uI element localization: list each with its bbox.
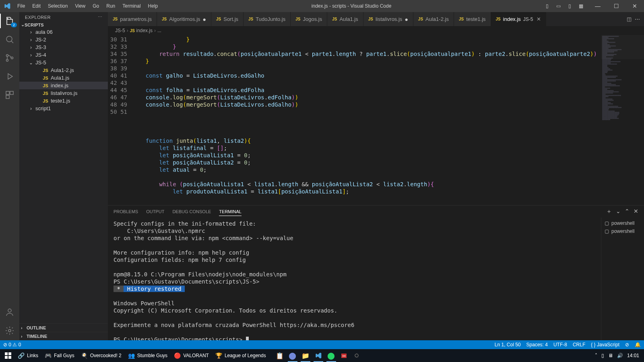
more-icon[interactable]: ⋯: [98, 14, 103, 20]
taskbar-app-explorer[interactable]: 📁: [299, 349, 312, 362]
breadcrumb-item[interactable]: JS index.js: [130, 28, 153, 33]
account-icon[interactable]: [4, 306, 15, 318]
more-actions-icon[interactable]: ⋯: [635, 16, 640, 22]
taskbar-app-discord[interactable]: ⬤: [286, 349, 299, 362]
split-editor-icon[interactable]: ◫: [627, 16, 632, 22]
taskbar-app-whatsapp[interactable]: ⬤: [325, 349, 338, 362]
folder-item[interactable]: ›JS-3: [19, 43, 108, 51]
editor-tab[interactable]: JSlistalivros.js●: [363, 12, 413, 26]
minimize-button[interactable]: ―: [588, 0, 607, 12]
new-terminal-icon[interactable]: ＋: [606, 206, 612, 217]
taskbar-pin[interactable]: 🍳Overcooked! 2: [78, 349, 125, 362]
outline-section[interactable]: ›OUTLINE: [19, 323, 108, 332]
terminal-dropdown-icon[interactable]: ⌄: [616, 206, 621, 217]
settings-icon[interactable]: [4, 325, 15, 336]
code-content[interactable]: } } return resultado.concat(posiçãoatual…: [132, 35, 601, 205]
minimap[interactable]: █████████████████████████████ ██████████…: [601, 35, 644, 205]
menu-bar: FileEditSelectionViewGoRunTerminalHelp: [14, 2, 161, 10]
terminal-entry[interactable]: ▢powershell: [601, 219, 644, 227]
panel-tab[interactable]: DEBUG CONSOLE: [172, 208, 211, 216]
menu-item[interactable]: Selection: [45, 2, 71, 10]
breadcrumbs[interactable]: JS-5›JS index.js›...: [108, 26, 644, 35]
tray-clock[interactable]: 14:01: [627, 353, 639, 358]
taskbar-pin[interactable]: 🎮Fall Guys: [41, 349, 78, 362]
editor-tabs: JSparametros.jsJSAlgoritimos.js●JSSort.j…: [108, 12, 644, 26]
taskbar-app[interactable]: ⭘: [351, 349, 363, 362]
editor-tab[interactable]: JSTudoJunto.js: [244, 12, 291, 26]
maximize-panel-icon[interactable]: ⌃: [625, 206, 630, 217]
svg-rect-12: [8, 356, 11, 359]
tray-network-icon[interactable]: ▯: [601, 353, 604, 358]
panel-bottom-icon[interactable]: ▭: [553, 0, 564, 12]
status-item[interactable]: 🔔: [635, 342, 641, 348]
editor-tab[interactable]: JSAula1.js: [327, 12, 363, 26]
taskbar-pin[interactable]: 🔗Links: [14, 349, 41, 362]
file-item[interactable]: JSlistalivros.js: [19, 89, 108, 97]
taskbar-app[interactable]: •••: [338, 349, 351, 362]
editor-tab[interactable]: JSJogos.js: [291, 12, 327, 26]
terminal-entry[interactable]: ▢powershell: [601, 227, 644, 235]
breadcrumb-item[interactable]: ...: [157, 28, 161, 33]
folder-item[interactable]: ›aula 06: [19, 28, 108, 36]
panel-tab[interactable]: PROBLEMS: [114, 208, 138, 216]
system-tray[interactable]: ˄ ▯ 🖥 🔊 14:01: [595, 353, 642, 358]
status-item[interactable]: { } JavaScript: [591, 342, 619, 348]
menu-item[interactable]: View: [72, 2, 89, 10]
menu-item[interactable]: Help: [145, 2, 161, 10]
file-item[interactable]: JSAula1.js: [19, 74, 108, 82]
taskbar-pin[interactable]: 👥Stumble Guys: [125, 349, 171, 362]
close-panel-icon[interactable]: ✕: [634, 206, 638, 217]
folder-item[interactable]: ›script1: [19, 105, 108, 112]
panel-tab[interactable]: TERMINAL: [219, 208, 242, 216]
extensions-icon[interactable]: [4, 89, 15, 101]
workspace-header[interactable]: ⌄SCRIPTS: [19, 21, 108, 28]
menu-item[interactable]: Run: [103, 2, 118, 10]
terminal[interactable]: Specify configs in the ini-formatted fil…: [108, 218, 601, 340]
menu-item[interactable]: File: [14, 2, 28, 10]
editor-tab[interactable]: JSparametros.js: [108, 12, 157, 26]
panel-left-icon[interactable]: ▯: [542, 0, 552, 12]
editor-tab[interactable]: JSAlgoritimos.js●: [157, 12, 211, 26]
close-button[interactable]: ✕: [625, 0, 644, 12]
menu-item[interactable]: Go: [89, 2, 102, 10]
timeline-section[interactable]: ›TIMELINE: [19, 332, 108, 340]
maximize-button[interactable]: ☐: [607, 0, 625, 12]
editor-tab[interactable]: JSindex.jsJS-5✕: [491, 12, 546, 26]
editor-tab[interactable]: JSAula1-2.js: [413, 12, 454, 26]
taskbar-app[interactable]: 📋: [273, 349, 286, 362]
tray-lang-icon[interactable]: 🖥: [608, 353, 613, 358]
status-item[interactable]: CRLF: [573, 342, 585, 348]
editor-tab[interactable]: JSteste1.js: [454, 12, 491, 26]
source-control-icon[interactable]: [4, 52, 15, 64]
folder-item[interactable]: ›JS-2: [19, 36, 108, 43]
tray-volume-icon[interactable]: 🔊: [617, 353, 623, 358]
file-item[interactable]: JSindex.js: [19, 82, 108, 89]
layout-grid-icon[interactable]: ▦: [576, 0, 586, 12]
taskbar-pin[interactable]: 🏆League of Legends: [212, 349, 269, 362]
explorer-icon[interactable]: 2: [4, 15, 15, 27]
status-item[interactable]: Spaces: 4: [526, 342, 548, 348]
start-button[interactable]: [2, 349, 14, 362]
taskbar-app-vscode[interactable]: [312, 349, 325, 362]
status-errors[interactable]: ⊘ 0 ⚠ 0: [3, 342, 21, 348]
status-item[interactable]: ⊘: [625, 342, 629, 348]
editor-tab[interactable]: JSSort.js: [211, 12, 244, 26]
debug-icon[interactable]: [4, 71, 15, 82]
breadcrumb-item[interactable]: JS-5: [115, 28, 125, 33]
close-tab-icon[interactable]: ✕: [537, 16, 541, 22]
taskbar-pin[interactable]: 🔴VALORANT: [171, 349, 212, 362]
status-item[interactable]: UTF-8: [553, 342, 567, 348]
menu-item[interactable]: Edit: [29, 2, 44, 10]
menu-item[interactable]: Terminal: [119, 2, 144, 10]
tray-chevron-icon[interactable]: ˄: [595, 353, 597, 358]
folder-item[interactable]: ›JS-4: [19, 51, 108, 59]
code-editor[interactable]: 30 31 32 33 34 35 36 37 38 39 40 41 42 4…: [108, 35, 601, 205]
search-icon[interactable]: [4, 34, 15, 45]
panel-tabs: PROBLEMSOUTPUTDEBUG CONSOLETERMINAL＋⌄⌃✕: [108, 206, 644, 218]
panel-right-icon[interactable]: ▯: [564, 0, 575, 12]
panel-tab[interactable]: OUTPUT: [146, 208, 164, 216]
folder-item[interactable]: ⌄JS-5: [19, 59, 108, 66]
file-item[interactable]: JSteste1.js: [19, 97, 108, 105]
file-item[interactable]: JSAula1-2.js: [19, 66, 108, 74]
status-item[interactable]: Ln 1, Col 50: [495, 342, 521, 348]
